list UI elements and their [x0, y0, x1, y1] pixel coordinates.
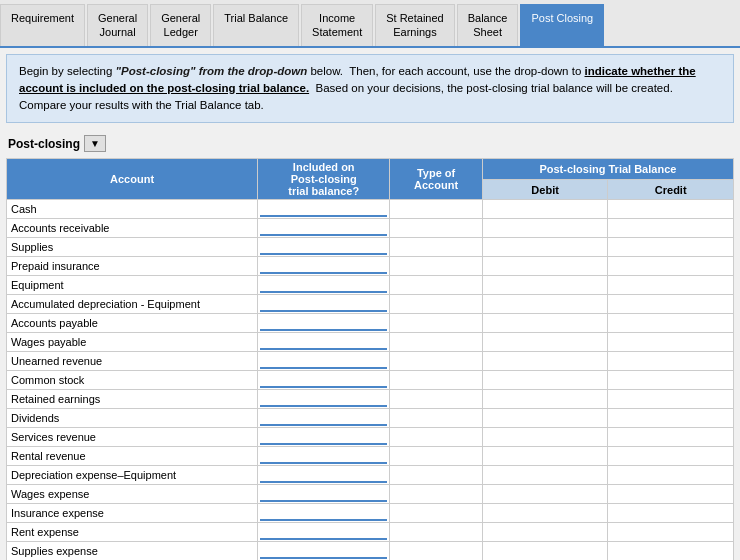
col-header-debit: Debit	[482, 179, 608, 200]
type-cell	[390, 409, 483, 428]
debit-cell	[482, 485, 608, 504]
account-name: Common stock	[7, 371, 258, 390]
type-cell	[390, 542, 483, 560]
included-dropdown-input[interactable]	[260, 429, 387, 445]
credit-cell	[608, 542, 734, 560]
type-cell	[390, 219, 483, 238]
tab-requirement[interactable]: Requirement	[0, 4, 85, 46]
account-name: Accounts payable	[7, 314, 258, 333]
account-name: Insurance expense	[7, 504, 258, 523]
included-input-cell[interactable]	[258, 542, 390, 560]
included-input-cell[interactable]	[258, 333, 390, 352]
included-input-cell[interactable]	[258, 276, 390, 295]
included-input-cell[interactable]	[258, 466, 390, 485]
debit-cell	[482, 409, 608, 428]
credit-cell	[608, 523, 734, 542]
tab-general-journal[interactable]: GeneralJournal	[87, 4, 148, 46]
included-dropdown-input[interactable]	[260, 258, 387, 274]
type-cell	[390, 504, 483, 523]
included-input-cell[interactable]	[258, 257, 390, 276]
included-dropdown-input[interactable]	[260, 524, 387, 540]
table-row: Insurance expense	[7, 504, 734, 523]
tab-post-closing[interactable]: Post Closing	[520, 4, 604, 46]
included-dropdown-input[interactable]	[260, 201, 387, 217]
included-dropdown-input[interactable]	[260, 505, 387, 521]
table-row: Accounts payable	[7, 314, 734, 333]
debit-cell	[482, 542, 608, 560]
included-dropdown-input[interactable]	[260, 543, 387, 559]
tab-trial-balance[interactable]: Trial Balance	[213, 4, 299, 46]
account-name: Cash	[7, 200, 258, 219]
included-input-cell[interactable]	[258, 371, 390, 390]
account-name: Rental revenue	[7, 447, 258, 466]
included-dropdown-input[interactable]	[260, 410, 387, 426]
included-dropdown-input[interactable]	[260, 296, 387, 312]
included-input-cell[interactable]	[258, 485, 390, 504]
tab-general-ledger[interactable]: GeneralLedger	[150, 4, 211, 46]
table-row: Cash	[7, 200, 734, 219]
tab-balance-sheet[interactable]: BalanceSheet	[457, 4, 519, 46]
included-dropdown-input[interactable]	[260, 486, 387, 502]
dropdown-arrow-button[interactable]: ▼	[84, 135, 106, 152]
tab-income-statement[interactable]: IncomeStatement	[301, 4, 373, 46]
credit-cell	[608, 352, 734, 371]
debit-cell	[482, 371, 608, 390]
included-dropdown-input[interactable]	[260, 467, 387, 483]
info-box: Begin by selecting "Post-closing" from t…	[6, 54, 734, 124]
included-input-cell[interactable]	[258, 352, 390, 371]
included-input-cell[interactable]	[258, 523, 390, 542]
included-dropdown-input[interactable]	[260, 448, 387, 464]
included-input-cell[interactable]	[258, 314, 390, 333]
credit-cell	[608, 390, 734, 409]
included-input-cell[interactable]	[258, 428, 390, 447]
debit-cell	[482, 333, 608, 352]
table-row: Dividends	[7, 409, 734, 428]
table-row: Retained earnings	[7, 390, 734, 409]
credit-cell	[608, 200, 734, 219]
type-cell	[390, 466, 483, 485]
table-row: Equipment	[7, 276, 734, 295]
account-name: Rent expense	[7, 523, 258, 542]
debit-cell	[482, 276, 608, 295]
included-dropdown-input[interactable]	[260, 372, 387, 388]
tab-st-retained-earnings[interactable]: St RetainedEarnings	[375, 4, 454, 46]
account-name: Depreciation expense–Equipment	[7, 466, 258, 485]
included-input-cell[interactable]	[258, 409, 390, 428]
included-input-cell[interactable]	[258, 295, 390, 314]
account-name: Wages expense	[7, 485, 258, 504]
credit-cell	[608, 219, 734, 238]
included-dropdown-input[interactable]	[260, 391, 387, 407]
debit-cell	[482, 390, 608, 409]
table-row: Supplies expense	[7, 542, 734, 560]
type-cell	[390, 314, 483, 333]
included-input-cell[interactable]	[258, 200, 390, 219]
debit-cell	[482, 257, 608, 276]
debit-cell	[482, 428, 608, 447]
debit-cell	[482, 466, 608, 485]
included-dropdown-input[interactable]	[260, 239, 387, 255]
included-dropdown-input[interactable]	[260, 277, 387, 293]
included-dropdown-input[interactable]	[260, 353, 387, 369]
credit-cell	[608, 466, 734, 485]
debit-cell	[482, 523, 608, 542]
table-row: Services revenue	[7, 428, 734, 447]
account-name: Unearned revenue	[7, 352, 258, 371]
included-input-cell[interactable]	[258, 390, 390, 409]
account-name: Accumulated depreciation - Equipment	[7, 295, 258, 314]
account-name: Prepaid insurance	[7, 257, 258, 276]
included-dropdown-input[interactable]	[260, 220, 387, 236]
included-input-cell[interactable]	[258, 238, 390, 257]
included-input-cell[interactable]	[258, 219, 390, 238]
included-input-cell[interactable]	[258, 504, 390, 523]
col-header-credit: Credit	[608, 179, 734, 200]
type-cell	[390, 238, 483, 257]
included-input-cell[interactable]	[258, 447, 390, 466]
type-cell	[390, 523, 483, 542]
credit-cell	[608, 371, 734, 390]
included-dropdown-input[interactable]	[260, 334, 387, 350]
included-dropdown-input[interactable]	[260, 315, 387, 331]
credit-cell	[608, 333, 734, 352]
account-name: Equipment	[7, 276, 258, 295]
credit-cell	[608, 485, 734, 504]
type-cell	[390, 333, 483, 352]
